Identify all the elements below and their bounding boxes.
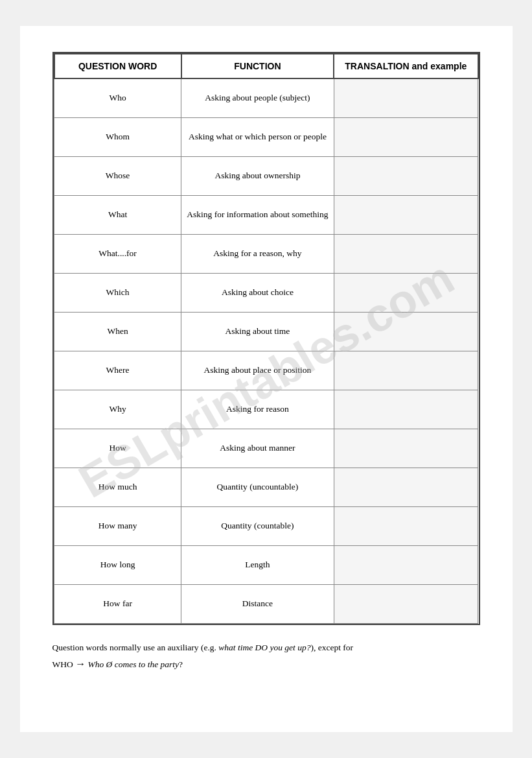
footer-text: Question words normally use an auxiliary…: [52, 641, 480, 673]
table-row: WhoAsking about people (subject): [54, 78, 478, 117]
cell-translation: [334, 429, 478, 468]
footer-line2-italic: Who Ø comes to the party: [88, 659, 179, 669]
cell-function: Asking about people (subject): [181, 78, 334, 117]
table-row: How farDistance: [54, 584, 478, 623]
cell-translation: [334, 506, 478, 545]
footer-line2-prefix: WHO: [52, 659, 76, 669]
cell-function: Distance: [181, 584, 334, 623]
cell-function: Asking about choice: [181, 273, 334, 312]
page: ESLprintables.com QUESTION WORD FUNCTION…: [20, 26, 513, 732]
question-words-table: QUESTION WORD FUNCTION TRANSALTION and e…: [54, 53, 479, 624]
cell-translation: [334, 312, 478, 351]
cell-function: Asking about time: [181, 312, 334, 351]
cell-function: Quantity (countable): [181, 506, 334, 545]
footer-line1-italic: what time DO you get up?: [218, 643, 310, 652]
header-function: FUNCTION: [181, 54, 334, 78]
table-row: WhomAsking what or which person or peopl…: [54, 117, 478, 156]
table-row: WhatAsking for information about somethi…: [54, 195, 478, 234]
table-row: WhichAsking about choice: [54, 273, 478, 312]
table-row: How longLength: [54, 545, 478, 584]
table-row: WhyAsking for reason: [54, 390, 478, 429]
cell-translation: [334, 390, 478, 429]
cell-question-word: Where: [54, 351, 181, 390]
cell-function: Asking for information about something: [181, 195, 334, 234]
cell-question-word: How much: [54, 468, 181, 506]
table-row: What....forAsking for a reason, why: [54, 234, 478, 273]
cell-translation: [334, 234, 478, 273]
cell-function: Asking about place or position: [181, 351, 334, 390]
table-row: WhereAsking about place or position: [54, 351, 478, 390]
cell-question-word: How many: [54, 506, 181, 545]
table-row: WhenAsking about time: [54, 312, 478, 351]
footer-line2-suffix: ?: [179, 659, 183, 669]
cell-translation: [334, 78, 478, 117]
footer-line1-suffix: ), except for: [310, 643, 353, 652]
header-question-word: QUESTION WORD: [54, 54, 181, 78]
cell-translation: [334, 195, 478, 234]
cell-question-word: What....for: [54, 234, 181, 273]
cell-translation: [334, 584, 478, 623]
table-row: How muchQuantity (uncountable): [54, 468, 478, 506]
cell-question-word: Why: [54, 390, 181, 429]
cell-translation: [334, 351, 478, 390]
cell-question-word: How: [54, 429, 181, 468]
cell-question-word: Who: [54, 78, 181, 117]
cell-function: Asking about manner: [181, 429, 334, 468]
cell-translation: [334, 273, 478, 312]
table-wrapper: QUESTION WORD FUNCTION TRANSALTION and e…: [52, 52, 480, 625]
cell-question-word: Which: [54, 273, 181, 312]
table-row: HowAsking about manner: [54, 429, 478, 468]
header-translation: TRANSALTION and example: [334, 54, 478, 78]
cell-function: Asking what or which person or people: [181, 117, 334, 156]
footer-arrow: →: [75, 658, 86, 669]
footer-line1-prefix: Question words normally use an auxiliary…: [52, 643, 219, 652]
cell-translation: [334, 468, 478, 506]
cell-translation: [334, 156, 478, 195]
cell-question-word: What: [54, 195, 181, 234]
cell-function: Asking about ownership: [181, 156, 334, 195]
cell-translation: [334, 117, 478, 156]
table-header-row: QUESTION WORD FUNCTION TRANSALTION and e…: [54, 54, 478, 78]
cell-question-word: How far: [54, 584, 181, 623]
table-row: How manyQuantity (countable): [54, 506, 478, 545]
cell-question-word: How long: [54, 545, 181, 584]
cell-function: Asking for a reason, why: [181, 234, 334, 273]
cell-question-word: Whom: [54, 117, 181, 156]
cell-translation: [334, 545, 478, 584]
cell-question-word: Whose: [54, 156, 181, 195]
cell-function: Quantity (uncountable): [181, 468, 334, 506]
cell-function: Length: [181, 545, 334, 584]
table-row: WhoseAsking about ownership: [54, 156, 478, 195]
cell-question-word: When: [54, 312, 181, 351]
cell-function: Asking for reason: [181, 390, 334, 429]
